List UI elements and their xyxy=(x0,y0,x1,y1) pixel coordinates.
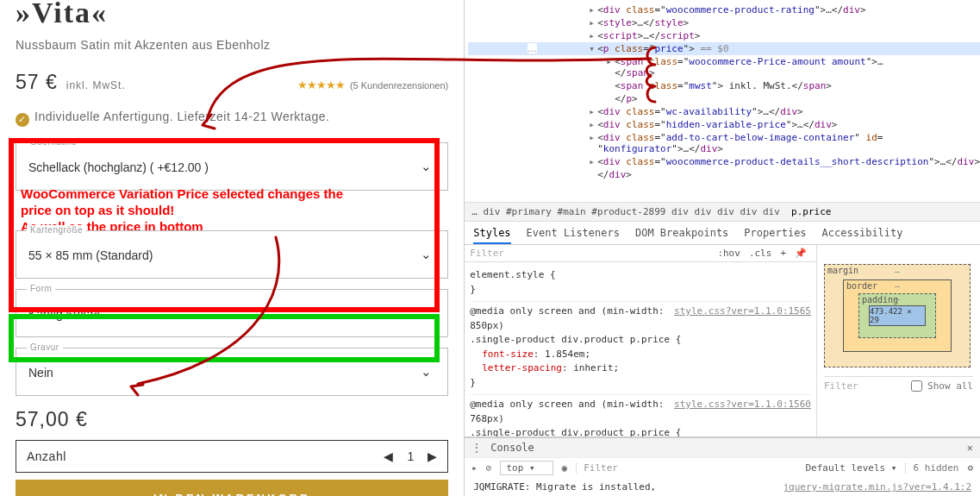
size-select[interactable]: Kartengröße 55 × 85 mm (Standard) ⌄ xyxy=(16,230,448,279)
annotation-line1: WooCommerce Variation Price selected cha… xyxy=(21,186,426,203)
dom-node[interactable]: </p> xyxy=(468,92,980,105)
console-clear-icon[interactable]: ⊘ xyxy=(486,462,492,474)
price-tax-note: inkl. MwSt. xyxy=(66,79,126,91)
bm-border-label: border xyxy=(846,281,877,291)
cls-toggle[interactable]: .cls xyxy=(745,248,777,259)
hov-toggle[interactable]: :hov xyxy=(713,248,745,259)
devtools-console-header: ⋮ Console ✕ xyxy=(465,437,980,457)
size-value: 55 × 85 mm (Standard) xyxy=(16,231,447,262)
product-subtitle: Nussbaum Satin mit Akzenten aus Ebenholz xyxy=(16,38,448,52)
devtools-console-toolbar: ▸ ⊘ top ▾ ◉ Filter Default levels ▾ 6 hi… xyxy=(465,457,980,478)
annotation-line2: price on top as it should! xyxy=(21,203,426,219)
size-label: Kartengröße xyxy=(27,225,86,235)
form-value: Kantig »Vita« xyxy=(16,290,447,321)
console-sidebar-icon[interactable]: ▸ xyxy=(471,462,478,474)
console-eye-icon[interactable]: ◉ xyxy=(562,462,568,474)
pin-icon[interactable]: 📌 xyxy=(790,248,811,259)
console-close-icon[interactable]: ✕ xyxy=(967,442,973,454)
tab-accessibility[interactable]: Accessibility xyxy=(822,227,903,239)
css-prop[interactable]: font-size xyxy=(470,348,534,360)
css-prop[interactable]: letter-spacing xyxy=(470,362,562,374)
product-title: »Vita« xyxy=(16,0,448,29)
bm-content: 473.422 × 29 xyxy=(869,305,926,326)
showall-checkbox[interactable] xyxy=(911,380,922,392)
add-rule-button[interactable]: + xyxy=(776,248,790,259)
console-title: Console xyxy=(490,442,534,454)
devtools-subtabs: Styles Event Listeners DOM Breakpoints P… xyxy=(465,222,980,245)
availability: ✓Individuelle Anfertigung. Lieferzeit 14… xyxy=(16,110,448,127)
rule-close: } xyxy=(470,283,811,298)
styles-filter-input[interactable]: Filter xyxy=(470,248,713,259)
chevron-down-icon: ⌄ xyxy=(421,159,432,174)
check-circle-icon: ✓ xyxy=(16,113,29,127)
css-value[interactable]: 1.854em; xyxy=(545,348,590,360)
dom-node[interactable]: ▸<span class="woocommerce-Price-amount a… xyxy=(468,55,980,79)
console-filter-input[interactable]: Filter xyxy=(576,462,796,474)
rule-selector[interactable]: element.style { xyxy=(470,268,811,283)
rule-close: } xyxy=(470,376,811,391)
chevron-down-icon: ⌄ xyxy=(421,305,432,321)
console-hidden-count[interactable]: 6 hidden xyxy=(905,462,958,474)
quantity-label: Anzahl xyxy=(27,449,384,463)
dom-node[interactable]: </div> xyxy=(468,168,980,181)
dom-node[interactable]: ▸<div class="hidden-variable-price">…</d… xyxy=(468,118,980,131)
rule-source-link[interactable]: style.css?ver=1.1.0:1565 xyxy=(674,305,811,319)
surface-value: Schellack (hochglanz) ( +€12.00 ) xyxy=(16,143,447,174)
breadcrumb-selected[interactable]: p.price xyxy=(791,206,831,217)
add-to-cart-button[interactable]: IN DEN WARENKORB xyxy=(16,480,448,497)
console-settings-icon[interactable]: ⚙ xyxy=(967,462,973,474)
form-label: Form xyxy=(27,284,55,293)
rule-source-link[interactable]: style.css?ver=1.1.0:1560 xyxy=(674,398,811,412)
qty-increase[interactable]: ▶ xyxy=(428,449,437,463)
tab-event-listeners[interactable]: Event Listeners xyxy=(527,227,620,239)
bm-margin-label: margin xyxy=(827,266,858,275)
rating[interactable]: ★★★★★ (5 Kundenrezensionen) xyxy=(297,78,448,91)
dom-node[interactable]: ▸<div class="add-to-cart-below-image-con… xyxy=(468,131,980,155)
css-value[interactable]: inherit; xyxy=(573,362,619,374)
engrave-label: Gravur xyxy=(27,342,63,352)
dom-node-selected[interactable]: ▾<p class="price"> == $0 xyxy=(468,42,980,55)
devtools-styles-pane[interactable]: Filter :hov .cls + 📌 element.style { } s… xyxy=(465,245,816,436)
form-select[interactable]: Form Kantig »Vita« ⌄ xyxy=(16,289,448,337)
dom-node[interactable]: ▸<script>…</script> xyxy=(468,29,980,42)
devtools-breadcrumb[interactable]: … div #primary #main #product-2899 div d… xyxy=(465,202,980,222)
bm-dash: – xyxy=(895,267,900,276)
star-icons: ★★★★★ xyxy=(297,78,345,91)
tab-properties[interactable]: Properties xyxy=(744,227,806,239)
engrave-value: Nein xyxy=(16,348,447,380)
bm-dash: – xyxy=(895,281,900,291)
tab-dom-breakpoints[interactable]: DOM Breakpoints xyxy=(635,227,728,239)
chevron-down-icon: ⌄ xyxy=(421,364,432,380)
devtools-box-model[interactable]: margin– border– padding– 473.422 × 29 Fi… xyxy=(816,245,980,436)
price-top: 57 € xyxy=(16,71,58,94)
dom-node[interactable]: ▸<style>…</style> xyxy=(468,16,980,29)
showall-label: Show all xyxy=(927,380,973,392)
bm-filter-input[interactable]: Filter xyxy=(824,380,906,392)
console-toggle-icon[interactable]: ⋮ xyxy=(471,442,482,454)
console-message[interactable]: JQMIGRATE: Migrate is installed, jquery-… xyxy=(465,478,980,496)
console-message-text: JQMIGRATE: Migrate is installed, xyxy=(473,481,783,493)
gutter-ellipsis: … xyxy=(527,43,537,53)
dom-node[interactable]: <span class="mwst"> inkl. MwSt.</span> xyxy=(468,79,980,92)
quantity-row: Anzahl ◀ 1 ▶ xyxy=(16,440,448,473)
surface-select[interactable]: Oberfläche Schellack (hochglanz) ( +€12.… xyxy=(16,142,448,191)
price-bottom: 57,00 € xyxy=(16,408,448,431)
surface-label: Oberfläche xyxy=(27,137,80,147)
console-context-select[interactable]: top ▾ xyxy=(500,461,552,475)
rule-selector[interactable]: .single-product div.product p.price { xyxy=(470,333,811,348)
rating-text: (5 Kundenrezensionen) xyxy=(350,80,448,91)
bm-padding-label: padding xyxy=(862,295,898,305)
dom-node[interactable]: ▸<div class="woocommerce-product-rating"… xyxy=(468,3,980,16)
breadcrumb-path[interactable]: … div #primary #main #product-2899 div d… xyxy=(471,206,780,217)
qty-decrease[interactable]: ◀ xyxy=(384,449,393,463)
console-levels[interactable]: Default levels ▾ xyxy=(805,462,896,474)
devtools-elements-panel[interactable]: ▸<div class="woocommerce-product-rating"… xyxy=(465,0,980,202)
qty-value: 1 xyxy=(407,449,414,463)
dom-node[interactable]: ▸<div class="woocommerce-product-details… xyxy=(468,155,980,168)
engrave-select[interactable]: Gravur Nein ⌄ xyxy=(16,348,448,396)
tab-styles[interactable]: Styles xyxy=(473,227,510,244)
dom-node[interactable]: ▸<div class="wc-availability">…</div> xyxy=(468,105,980,118)
console-message-source[interactable]: jquery-migrate.min.js?ver=1.4.1:2 xyxy=(783,481,971,493)
rule-selector[interactable]: .single-product div.product p.price { xyxy=(470,426,811,436)
availability-text: Individuelle Anfertigung. Lieferzeit 14-… xyxy=(34,110,330,123)
